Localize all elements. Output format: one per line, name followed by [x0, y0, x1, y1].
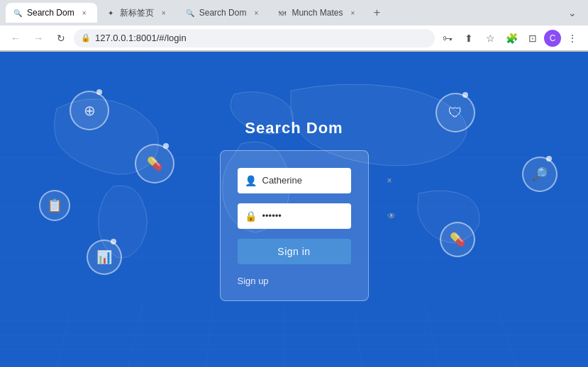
key-icon[interactable]: 🗝: [438, 28, 457, 48]
reload-button[interactable]: ↻: [51, 28, 71, 48]
svg-line-15: [426, 307, 440, 367]
login-panel: Search Dom 👤 × 🔒 👁 Sign in Sign up: [220, 119, 369, 301]
menu-icon[interactable]: ⋮: [562, 28, 582, 48]
medical-cross-icon: ⊕: [84, 102, 96, 119]
tab-bar-right: ⌄: [562, 3, 582, 23]
browser-chrome: 🔍 Search Dom × ✦ 新标签页 × 🔍 Search Dom × 🍽…: [0, 0, 588, 52]
float-icon-chart: 📊: [87, 239, 122, 275]
tab-title-3: Search Dom: [199, 8, 247, 18]
tab-favicon-2: ✦: [106, 8, 116, 18]
tab-favicon-3: 🔍: [185, 8, 195, 18]
username-input[interactable]: [262, 175, 382, 186]
username-clear-icon[interactable]: ×: [387, 176, 392, 186]
tab-favicon-4: 🍽: [277, 8, 287, 18]
float-icon-doc-search: 🔎: [522, 157, 558, 192]
tab-close-1[interactable]: ×: [79, 7, 90, 18]
shield-icon: 🛡: [448, 105, 462, 121]
password-field-icon: 🔒: [245, 210, 257, 222]
tab-search-dom-3[interactable]: 🔍 Search Dom ×: [178, 3, 270, 23]
tab-munch-mates[interactable]: 🍽 Munch Mates ×: [270, 3, 365, 23]
new-tab-button[interactable]: +: [367, 3, 387, 23]
float-icon-medical-cross: ⊕: [70, 91, 109, 130]
address-bar: ← → ↻ 🔒 127.0.0.1:8001/#/login 🗝 ⬆ ☆ 🧩 ⊡…: [0, 26, 588, 51]
tab-close-2[interactable]: ×: [158, 7, 170, 18]
chart-icon: 📊: [96, 249, 112, 265]
float-icon-document: 📋: [39, 190, 70, 221]
tab-new-page[interactable]: ✦ 新标签页 ×: [99, 3, 177, 23]
document-icon: 📋: [47, 198, 62, 213]
window-icon[interactable]: ⊡: [523, 28, 543, 48]
user-avatar[interactable]: C: [544, 30, 561, 47]
page-title: Search Dom: [245, 119, 343, 137]
tab-title-2: 新标签页: [120, 7, 154, 19]
sign-up-link[interactable]: Sign up: [238, 276, 351, 286]
medicine-icon: 💊: [147, 156, 162, 171]
svg-line-11: [128, 307, 142, 367]
bookmark-icon[interactable]: ☆: [480, 28, 500, 48]
password-input[interactable]: [262, 210, 382, 221]
lock-icon: 🔒: [81, 33, 91, 43]
tab-bar: 🔍 Search Dom × ✦ 新标签页 × 🔍 Search Dom × 🍽…: [0, 0, 588, 26]
sign-in-button[interactable]: Sign in: [238, 239, 351, 264]
svg-line-14: [355, 307, 362, 367]
page-content: ⊕ 💊 📋 📊 🛡 🔎: [0, 52, 588, 367]
url-display: 127.0.0.1:8001/#/login: [95, 33, 428, 43]
address-input-wrap[interactable]: 🔒 127.0.0.1:8001/#/login: [74, 29, 435, 47]
share-icon[interactable]: ⬆: [459, 28, 479, 48]
tab-close-3[interactable]: ×: [250, 7, 262, 18]
tab-favicon-1: 🔍: [13, 8, 23, 18]
puzzle-icon[interactable]: 🧩: [501, 28, 521, 48]
float-icon-shield: 🛡: [436, 93, 475, 132]
username-input-wrap: 👤 ×: [238, 168, 351, 193]
float-icon-medicine: 💊: [135, 144, 174, 184]
back-button[interactable]: ←: [6, 28, 26, 48]
forward-button[interactable]: →: [28, 28, 48, 48]
tab-search-dom-1[interactable]: 🔍 Search Dom ×: [6, 3, 97, 23]
tab-list-button[interactable]: ⌄: [562, 3, 582, 23]
capsule-icon: 💊: [450, 232, 465, 247]
user-field-icon: 👤: [245, 175, 257, 186]
login-form: 👤 × 🔒 👁 Sign in Sign up: [220, 150, 369, 301]
svg-line-12: [206, 307, 213, 367]
tab-title-4: Munch Mates: [292, 8, 343, 18]
password-input-wrap: 🔒 👁: [238, 203, 351, 229]
svg-line-16: [497, 307, 518, 367]
tab-close-4[interactable]: ×: [347, 7, 358, 18]
doc-search-icon: 🔎: [532, 166, 548, 182]
password-toggle-icon[interactable]: 👁: [387, 211, 396, 221]
svg-line-10: [57, 307, 71, 367]
address-bar-right: 🗝 ⬆ ☆ 🧩 ⊡ C ⋮: [438, 28, 582, 48]
float-icon-capsule: 💊: [440, 222, 475, 257]
tab-title-1: Search Dom: [27, 8, 74, 18]
